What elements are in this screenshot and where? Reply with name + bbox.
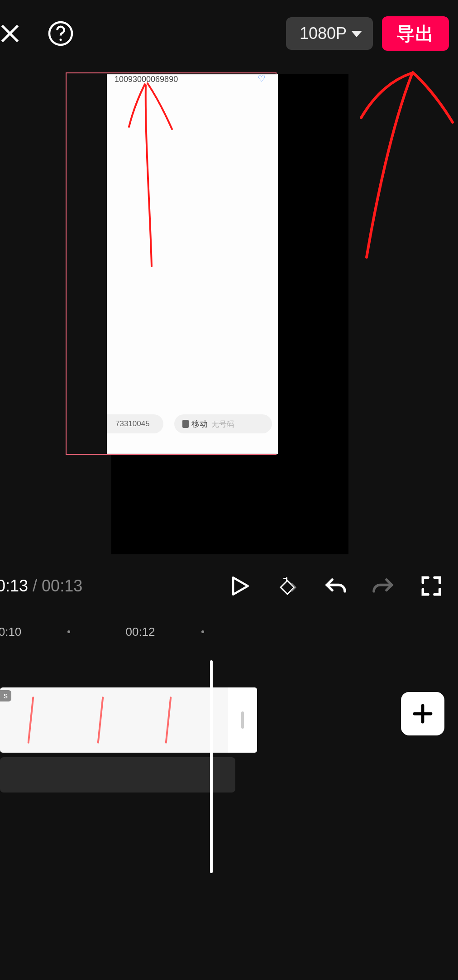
ruler-dot (67, 630, 70, 633)
pill-left-text: 73310045 (115, 419, 150, 428)
undo-button[interactable] (322, 573, 348, 599)
chevron-down-icon (351, 31, 362, 37)
close-icon[interactable] (0, 22, 22, 45)
clip-frame-mark (28, 697, 34, 744)
svg-marker-5 (281, 581, 294, 594)
timeline[interactable]: 0:10 00:12 s (0, 620, 458, 892)
track-canvas[interactable]: s (0, 647, 458, 891)
playhead[interactable] (210, 660, 213, 873)
ruler-tick: 0:10 (0, 625, 21, 639)
export-button-label: 导出 (396, 21, 434, 46)
keyframe-button[interactable] (274, 573, 301, 599)
pill-phone-number: 73310045 (107, 414, 163, 433)
time-separator: / (33, 576, 37, 596)
video-clip[interactable]: s (0, 687, 257, 753)
sim-carrier-text: 移动 (191, 418, 208, 429)
sim-icon (182, 420, 189, 428)
dialed-number-text: 10093000069890 (114, 75, 178, 84)
sim-status-text: 无号码 (211, 419, 234, 429)
pill-sim-status: 移动 无号码 (174, 414, 272, 433)
clip-tag: s (0, 690, 11, 701)
time-display: 0:13 / 00:13 (0, 576, 82, 596)
export-button[interactable]: 导出 (382, 16, 449, 51)
fullscreen-button[interactable] (418, 573, 444, 599)
heart-icon: ♡ (258, 74, 266, 84)
svg-point-3 (60, 38, 62, 41)
audio-track[interactable] (0, 757, 235, 793)
resolution-dropdown[interactable]: 1080P (286, 17, 373, 50)
resolution-label: 1080P (300, 24, 347, 43)
ruler-dot (201, 630, 204, 633)
preview-content: 10093000069890 ♡ 73310045 移动 无号码 (107, 74, 278, 454)
play-button[interactable] (226, 573, 253, 599)
clip-frame-mark (97, 697, 104, 744)
help-icon[interactable] (47, 20, 74, 47)
time-current: 0:13 (0, 576, 28, 596)
timeline-ruler: 0:10 00:12 (0, 620, 458, 647)
redo-button (370, 573, 396, 599)
clip-frame-mark (165, 697, 172, 744)
clip-trim-handle[interactable] (228, 687, 257, 753)
time-total: 00:13 (42, 576, 82, 596)
svg-marker-4 (233, 577, 248, 594)
ruler-tick: 00:12 (125, 625, 155, 639)
add-clip-button[interactable] (401, 692, 444, 735)
